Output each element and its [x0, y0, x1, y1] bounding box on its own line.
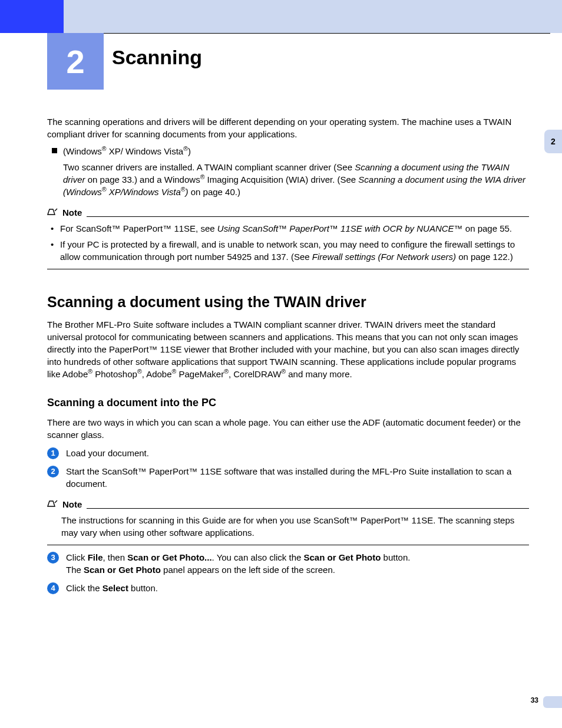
- note-block-1: Note • For ScanSoft™ PaperPort™ 11SE, se…: [47, 206, 529, 269]
- section-twain-heading: Scanning a document using the TWAIN driv…: [47, 292, 529, 312]
- note-icon: [47, 206, 58, 215]
- step-badge-4: 4: [47, 582, 59, 594]
- note-rule-icon: [87, 508, 529, 509]
- note-end-rule: [47, 269, 529, 269]
- header-band: [0, 0, 562, 33]
- page-number: 33: [531, 696, 538, 704]
- header-accent-block: [0, 0, 64, 33]
- chapter-title: Scanning: [112, 46, 202, 69]
- step-badge-2: 2: [47, 466, 59, 477]
- link-firewall[interactable]: Firewall settings (For Network users): [312, 252, 456, 262]
- twain-paragraph: The Brother MFL-Pro Suite software inclu…: [47, 318, 529, 380]
- header-rule: [65, 33, 550, 34]
- pc-intro: There are two ways in which you can scan…: [47, 416, 529, 441]
- section-pc-heading: Scanning a document into the PC: [47, 396, 529, 410]
- intro-paragraph: The scanning operations and drivers will…: [47, 116, 529, 140]
- square-bullet-icon: [52, 148, 57, 153]
- link-scansoft[interactable]: Using ScanSoft™ PaperPort™ 11SE with OCR…: [217, 223, 463, 233]
- note-label: Note: [62, 206, 82, 219]
- step-2: 2 Start the ScanSoft™ PaperPort™ 11SE so…: [47, 465, 529, 490]
- page-num-tab: [543, 696, 562, 708]
- step-4: 4 Click the Select button.: [47, 582, 529, 594]
- step-badge-1: 1: [47, 447, 59, 459]
- side-page-tab: 2: [544, 130, 562, 153]
- note1-bullet1: • For ScanSoft™ PaperPort™ 11SE, see Usi…: [51, 222, 529, 235]
- step-badge-3: 3: [47, 552, 59, 564]
- step-1: 1 Load your document.: [47, 447, 529, 459]
- os-bullet-item: (Windows® XP/ Windows Vista®) Two scanne…: [52, 145, 529, 198]
- step-3: 3 Click File, then Scan or Get Photo....…: [47, 551, 529, 576]
- note-icon: [47, 498, 58, 506]
- page-content: The scanning operations and drivers will…: [47, 112, 529, 600]
- note-rule-icon: [87, 216, 529, 217]
- chapter-number-box: 2: [47, 33, 104, 90]
- note2-text: The instructions for scanning in this Gu…: [61, 514, 529, 539]
- note1-bullet2: • If your PC is protected by a firewall,…: [51, 238, 529, 263]
- note-end-rule: [47, 545, 529, 545]
- note-block-2: Note The instructions for scanning in th…: [47, 498, 529, 545]
- note-label: Note: [62, 498, 82, 510]
- os-line2: Two scanner drivers are installed. A TWA…: [63, 161, 529, 198]
- os-line1: (Windows® XP/ Windows Vista®): [63, 145, 529, 157]
